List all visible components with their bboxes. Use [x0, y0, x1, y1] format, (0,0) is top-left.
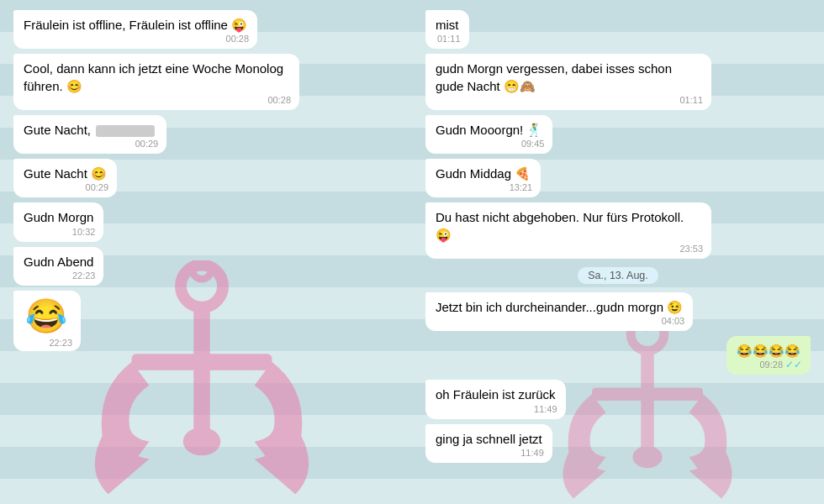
message-text: Cool, dann kann ich jetzt eine Woche Mon…: [24, 61, 283, 92]
message-text: mist: [436, 18, 459, 32]
list-item: mist 01:11: [425, 10, 469, 49]
message-text: Gudn Mooorgn! 🕺: [436, 123, 542, 137]
list-item: Gudn Mooorgn! 🕺 09:45: [425, 115, 552, 154]
list-item: oh Fräulein ist zurück 11:49: [425, 380, 566, 418]
message-time: 09:28 ✓✓: [759, 358, 802, 371]
list-item: Gute Nacht 😊 00:29: [13, 159, 117, 197]
message-time: 22:23: [72, 270, 96, 282]
message-time: 04:03: [662, 315, 685, 328]
message-text: Gudn Morgn: [24, 210, 93, 224]
list-item: gudn Morgn vergessen, dabei isses schon …: [425, 54, 711, 110]
date-separator: Sa., 13. Aug.: [578, 267, 658, 284]
redacted-name: [96, 125, 155, 137]
list-item: Gudn Middag 🍕 13:21: [425, 159, 541, 197]
message-time: 13:21: [510, 181, 533, 194]
message-time: 11:49: [520, 447, 544, 459]
chat-right-panel: mist 01:11 gudn Morgn vergessen, dabei i…: [412, 0, 824, 504]
emoji-content: 😂: [25, 299, 69, 333]
message-time: 22:23: [49, 338, 72, 348]
list-item: Fräulein ist offline, Fräulein ist offli…: [13, 10, 257, 49]
message-time: 10:32: [72, 226, 96, 239]
message-time: 11:49: [534, 403, 557, 416]
list-item: Gudn Morgn 10:32: [13, 202, 103, 241]
message-time: 01:11: [437, 33, 461, 45]
chat-container: Fräulein ist offline, Fräulein ist offli…: [0, 0, 824, 504]
read-receipts-icon: ✓✓: [785, 358, 802, 371]
list-item: 😂😂😂😂 09:28 ✓✓: [726, 336, 811, 375]
message-text: Gudn Abend: [24, 255, 93, 269]
list-item: ging ja schnell jetzt 11:49: [425, 424, 552, 463]
list-item: Du hast nicht abgehoben. Nur fürs Protok…: [425, 202, 711, 259]
message-time: 23:53: [679, 243, 703, 255]
message-text: Gudn Middag 🍕: [436, 166, 531, 181]
message-text: Fräulein ist offline, Fräulein ist offli…: [24, 18, 247, 32]
message-text: ging ja schnell jetzt: [436, 432, 542, 446]
list-item: 😂 22:23: [13, 291, 81, 351]
message-time: 00:28: [267, 94, 291, 107]
list-item: Gudn Abend 22:23: [13, 247, 103, 286]
message-time: 00:29: [135, 138, 159, 150]
message-text: Gute Nacht,: [24, 123, 94, 137]
message-time: 00:28: [226, 33, 250, 45]
message-time: 00:29: [86, 181, 109, 194]
message-text: oh Fräulein ist zurück: [436, 387, 556, 402]
message-text: Gute Nacht 😊: [24, 166, 107, 181]
message-text: Du hast nicht abgehoben. Nur fürs Protok…: [436, 210, 684, 241]
message-time: 09:45: [521, 138, 545, 150]
chat-left-panel: Fräulein ist offline, Fräulein ist offli…: [0, 0, 412, 504]
message-text: Jetzt bin ich durcheinander...gudn morgn…: [436, 300, 683, 314]
list-item: Cool, dann kann ich jetzt eine Woche Mon…: [13, 54, 299, 110]
message-time: 01:11: [679, 94, 703, 107]
message-text: gudn Morgn vergessen, dabei isses schon …: [436, 61, 672, 92]
list-item: Gute Nacht, 00:29: [13, 115, 166, 154]
list-item: Jetzt bin ich durcheinander...gudn morgn…: [425, 292, 693, 331]
message-text: 😂😂😂😂: [737, 344, 800, 358]
